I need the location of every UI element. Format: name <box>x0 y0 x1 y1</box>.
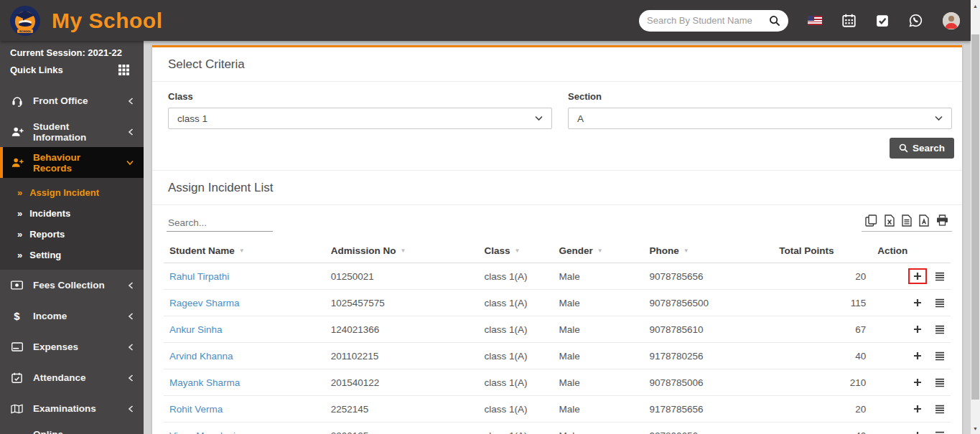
sidebar-item-examinations[interactable]: Examinations <box>0 393 144 424</box>
submenu-item-label: Assign Incident <box>29 187 99 198</box>
sidebar-item-label: Front Office <box>33 95 118 106</box>
column-header-action: Action <box>872 239 951 263</box>
sidebar-item-expenses[interactable]: Expenses <box>0 331 144 362</box>
double-arrow-icon: » <box>17 250 22 260</box>
student-name-link[interactable]: Rahul Tirpathi <box>169 271 229 282</box>
pdf-export-icon[interactable] <box>919 214 929 227</box>
scrollbar-thumb[interactable] <box>971 34 979 400</box>
task-check-icon[interactable] <box>876 14 889 27</box>
student-name-link[interactable]: Mayank Sharma <box>169 377 240 388</box>
excel-export-icon[interactable] <box>885 214 895 227</box>
assign-incident-plus-icon[interactable] <box>913 272 922 280</box>
behaviour-records-icon <box>10 157 24 168</box>
export-toolbar <box>862 214 952 232</box>
chevron-down-icon <box>935 115 943 121</box>
class-cell: class 1(A) <box>478 423 553 434</box>
column-header-admission-no[interactable]: Admission No▼ <box>325 239 479 263</box>
select-criteria-title: Select Criteria <box>152 47 962 82</box>
assign-incident-plus-icon[interactable] <box>913 378 922 387</box>
sidebar-item-online-examinations[interactable]: Online Examinations <box>0 424 144 434</box>
scrollbar-down-arrow[interactable]: ▼ <box>971 423 980 434</box>
assign-incident-plus-icon[interactable] <box>913 298 922 307</box>
chevron-left-icon <box>128 405 134 412</box>
chevron-left-icon <box>128 313 134 320</box>
incident-list-menu-icon[interactable] <box>935 405 945 414</box>
class-label: Class <box>168 91 552 102</box>
chevron-left-icon <box>128 282 134 289</box>
income-icon: $ <box>10 310 24 322</box>
phone-cell: 9078785006 <box>644 369 774 396</box>
incident-list-menu-icon[interactable] <box>935 272 945 281</box>
total-points-cell: 115 <box>773 290 872 316</box>
print-icon[interactable] <box>936 214 948 227</box>
incident-list-menu-icon[interactable] <box>935 352 945 361</box>
assign-incident-plus-icon[interactable] <box>913 352 922 360</box>
whatsapp-icon[interactable] <box>909 14 923 27</box>
language-flag-icon[interactable] <box>808 16 822 25</box>
column-header-class[interactable]: Class▼ <box>478 239 553 263</box>
submenu-item-assign-incident[interactable]: » Assign Incident <box>0 182 144 203</box>
incident-table: Student Name▼ Admission No▼ Class▼ Gende… <box>164 239 951 434</box>
quick-links-grid-icon[interactable] <box>118 65 129 75</box>
csv-export-icon[interactable] <box>902 214 912 227</box>
sidebar-item-attendance[interactable]: Attendance <box>0 362 144 393</box>
class-cell: class 1(A) <box>478 290 553 316</box>
top-navbar: SCHOOL My School <box>0 0 971 41</box>
submenu-item-incidents[interactable]: » Incidents <box>0 203 144 224</box>
incident-list-menu-icon[interactable] <box>935 298 945 308</box>
browser-scrollbar[interactable]: ▲ ▼ <box>971 0 980 434</box>
column-header-phone[interactable]: Phone▼ <box>644 239 774 263</box>
table-row: Ankur Sinha 124021366 class 1(A) Male 90… <box>164 316 951 343</box>
assign-incident-plus-icon[interactable] <box>913 431 922 434</box>
total-points-cell: 20 <box>773 396 872 423</box>
incident-list-menu-icon[interactable] <box>935 325 945 334</box>
student-name-link[interactable]: Arvind Khanna <box>169 351 233 362</box>
sidebar-item-income[interactable]: $ Income <box>0 301 144 331</box>
copy-icon[interactable] <box>865 214 877 227</box>
scrollbar-up-arrow[interactable]: ▲ <box>971 0 980 11</box>
expenses-icon <box>10 342 24 352</box>
gender-cell: Male <box>554 263 644 290</box>
assign-incident-plus-icon[interactable] <box>913 325 922 334</box>
column-header-student-name[interactable]: Student Name▼ <box>164 239 325 263</box>
section-select-value: A <box>577 113 584 124</box>
section-select[interactable]: A <box>568 108 952 129</box>
sidebar-item-label: Fees Collection <box>33 280 118 291</box>
incident-list-menu-icon[interactable] <box>935 378 945 387</box>
column-header-gender[interactable]: Gender▼ <box>554 239 644 263</box>
sidebar-item-behaviour-records[interactable]: Behaviour Records <box>0 147 144 178</box>
chevron-left-icon <box>128 98 134 105</box>
phone-cell: 9078785656 <box>644 263 774 290</box>
student-name-link[interactable]: Ankur Sinha <box>169 324 223 335</box>
search-button[interactable]: Search <box>890 138 954 159</box>
phone-cell: 9178780256 <box>644 343 774 369</box>
student-name-link[interactable]: Rohit Verma <box>169 404 223 415</box>
class-select[interactable]: class 1 <box>168 108 552 129</box>
content-card: Select Criteria Class class 1 Section A <box>152 45 962 434</box>
highlight-red-box <box>908 268 927 284</box>
search-icon[interactable] <box>769 15 780 27</box>
calendar-icon[interactable] <box>842 14 856 27</box>
submenu-item-setting[interactable]: » Setting <box>0 245 144 265</box>
sidebar-item-fees-collection[interactable]: Fees Collection <box>0 270 144 301</box>
assign-incident-list-title: Assign Incident List <box>152 171 962 205</box>
class-cell: class 1(A) <box>478 343 553 369</box>
sidebar-item-front-office[interactable]: Front Office <box>0 85 144 116</box>
user-avatar[interactable] <box>943 12 960 29</box>
student-name-link[interactable]: Vinay Manglani <box>169 430 235 434</box>
student-search-input[interactable] <box>647 15 769 26</box>
table-search-input[interactable] <box>167 214 273 232</box>
assign-incident-plus-icon[interactable] <box>913 405 922 413</box>
incident-list-menu-icon[interactable] <box>935 431 945 434</box>
sidebar-item-student-information[interactable]: Student Information <box>0 116 144 147</box>
submenu-item-reports[interactable]: » Reports <box>0 224 144 245</box>
svg-text:SCHOOL: SCHOOL <box>19 30 32 33</box>
phone-cell: 9078785610 <box>644 316 774 343</box>
student-name-link[interactable]: Rageev Sharma <box>169 298 240 308</box>
table-row: Mayank Sharma 201540122 class 1(A) Male … <box>164 369 951 396</box>
sidebar-item-label: Examinations <box>33 403 118 414</box>
gender-cell: Male <box>554 290 644 316</box>
assign-incident-list-section: Assign Incident List <box>152 170 962 434</box>
admission-no-cell: 201540122 <box>325 369 479 396</box>
total-points-cell: 20 <box>773 263 872 290</box>
